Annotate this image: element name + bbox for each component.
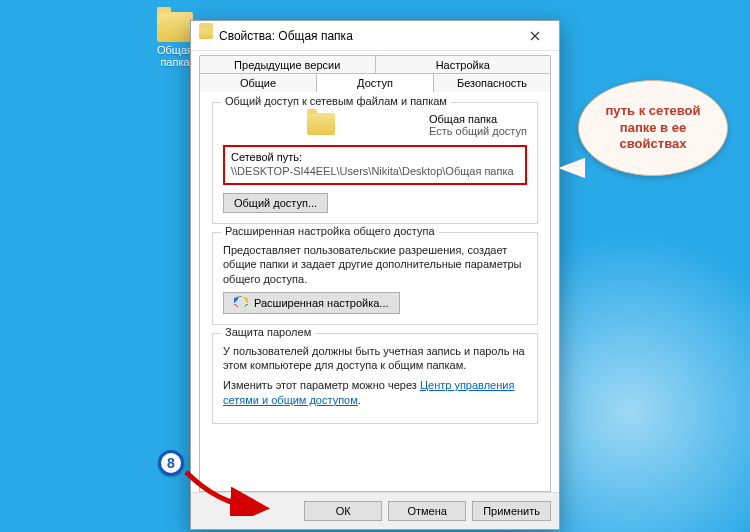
group-title: Общий доступ к сетевым файлам и папкам <box>221 95 451 107</box>
dialog-footer: ОК Отмена Применить <box>191 492 559 529</box>
share-button[interactable]: Общий доступ... <box>223 193 328 213</box>
close-button[interactable] <box>515 21 555 50</box>
group-advanced-sharing: Расширенная настройка общего доступа Пре… <box>212 232 538 325</box>
dialog-title: Свойства: Общая папка <box>219 29 515 43</box>
network-path-box: Сетевой путь: \\DESKTOP-SI44EEL\Users\Ni… <box>223 145 527 185</box>
hint-suffix: . <box>358 394 361 406</box>
step-number: 8 <box>167 455 175 471</box>
group-title: Расширенная настройка общего доступа <box>221 225 439 237</box>
advanced-btn-label: Расширенная настройка... <box>254 297 389 309</box>
step-badge: 8 <box>158 450 184 476</box>
advanced-desc: Предоставляет пользовательские разрешени… <box>223 243 527 286</box>
share-folder-name: Общая папка <box>429 113 527 125</box>
group-network-share: Общий доступ к сетевым файлам и папкам О… <box>212 102 538 224</box>
tab-sharing[interactable]: Доступ <box>316 73 434 92</box>
annotation-callout: путь к сетевой папке в ее свойствах <box>578 80 728 176</box>
group-password-protection: Защита паролем У пользователей должны бы… <box>212 333 538 424</box>
callout-tail <box>559 158 585 178</box>
folder-icon <box>157 12 193 42</box>
password-desc: У пользователей должны быть учетная запи… <box>223 344 527 373</box>
tabs-row-bottom: Общие Доступ Безопасность <box>199 73 551 92</box>
hint-prefix: Изменить этот параметр можно через <box>223 379 420 391</box>
network-path-value: \\DESKTOP-SI44EEL\Users\Nikita\Desktop\О… <box>231 165 519 177</box>
tab-panel-sharing: Общий доступ к сетевым файлам и папкам О… <box>199 91 551 492</box>
folder-icon <box>307 113 335 135</box>
callout-text: путь к сетевой папке в ее свойствах <box>595 103 711 154</box>
ok-button[interactable]: ОК <box>304 501 382 521</box>
tab-general[interactable]: Общие <box>199 73 317 92</box>
cancel-button[interactable]: Отмена <box>388 501 466 521</box>
folder-icon <box>199 28 213 44</box>
tab-previous-versions[interactable]: Предыдущие версии <box>199 55 376 74</box>
advanced-sharing-button[interactable]: Расширенная настройка... <box>223 292 400 314</box>
tab-customize[interactable]: Настройка <box>375 55 552 74</box>
tab-security[interactable]: Безопасность <box>433 73 551 92</box>
password-hint: Изменить этот параметр можно через Центр… <box>223 378 527 407</box>
shield-icon <box>234 296 248 310</box>
tabs-row-top: Предыдущие версии Настройка <box>199 55 551 74</box>
properties-dialog: Свойства: Общая папка Предыдущие версии … <box>190 20 560 530</box>
group-title: Защита паролем <box>221 326 315 338</box>
titlebar: Свойства: Общая папка <box>191 21 559 51</box>
apply-button[interactable]: Применить <box>472 501 551 521</box>
network-path-label: Сетевой путь: <box>231 151 519 163</box>
share-status: Есть общий доступ <box>429 125 527 137</box>
